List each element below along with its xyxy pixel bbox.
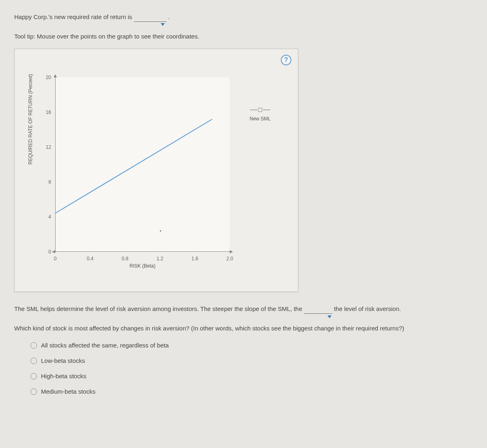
y-axis [55,77,56,252]
option-high-beta[interactable]: High-beta stocks [30,371,475,381]
sentence1-prefix: Happy Corp.'s new required rate of retur… [14,13,134,20]
y-axis-label: REQUIRED RATE OF RETURN (Percent) [27,74,34,165]
option-all-same[interactable]: All stocks affected the same, regardless… [30,341,475,350]
chart-container: ? REQUIRED RATE OF RETURN (Percent) 0 4 … [14,49,298,292]
radio-group: All stocks affected the same, regardless… [14,341,475,397]
arrow-right-icon [230,250,233,253]
option-label: All stocks affected the same, regardless… [41,341,169,350]
x-axis [55,251,230,252]
option-low-beta[interactable]: Low-beta stocks [30,356,475,366]
x-tick: 0 [54,255,57,263]
y-tick: 0 [48,248,51,255]
option-label: Medium-beta stocks [41,387,95,397]
radio-icon [30,342,37,349]
y-tick: 4 [48,213,51,221]
y-tick: 20 [46,73,51,81]
chevron-down-icon [328,315,332,318]
sml-line[interactable] [55,119,212,214]
option-label: Low-beta stocks [41,356,85,366]
x-tick: 1.6 [192,255,198,263]
arrow-up-icon [54,74,57,77]
y-tick: 12 [46,143,51,151]
legend-symbol [240,108,280,112]
question-text: Which kind of stock is most affected by … [14,324,475,333]
y-tick: 8 [48,178,51,186]
radio-icon [30,358,37,364]
x-tick: 1.2 [157,255,164,263]
plot-area[interactable]: 0 4 8 12 16 20 0 0.4 0.8 1.2 1.6 2.0 RIS… [55,77,230,252]
data-point[interactable] [160,230,161,232]
graph-tooltip-hint: Tool tip: Mouse over the points on the g… [14,32,475,41]
legend[interactable]: New SML [240,108,280,123]
legend-label: New SML [240,115,280,123]
sentence1-suffix: . [168,13,170,20]
sml-slope-sentence: The SML helps determine the level of ris… [14,304,475,314]
required-return-dropdown[interactable] [134,21,166,22]
help-icon[interactable]: ? [281,55,291,65]
x-axis-label: RISK (Beta) [129,262,155,270]
y-tick: 16 [46,108,51,116]
sentence-required-return: Happy Corp.'s new required rate of retur… [14,12,475,22]
radio-icon [30,388,37,395]
x-tick: 0.4 [87,255,94,263]
option-medium-beta[interactable]: Medium-beta stocks [30,387,475,397]
chevron-down-icon [161,23,165,26]
option-label: High-beta stocks [41,371,86,381]
arrow-left-icon [52,250,55,253]
slope-dropdown[interactable] [304,313,332,314]
radio-icon [30,373,37,379]
x-tick: 2.0 [226,255,233,263]
x-tick: 0.8 [122,255,129,263]
